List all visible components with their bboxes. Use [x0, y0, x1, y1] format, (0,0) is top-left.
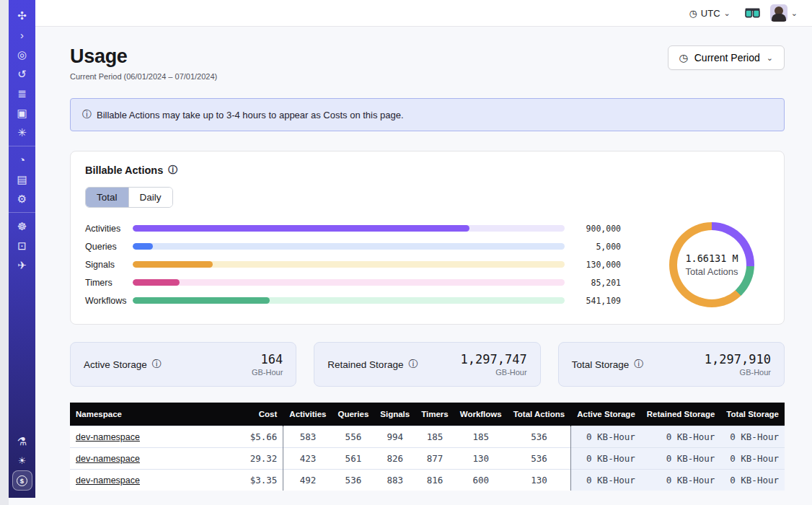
info-icon[interactable]: ⓘ — [168, 164, 177, 177]
bar-label: Signals — [85, 260, 133, 270]
cell-activities: 583 — [283, 426, 332, 448]
page-subtitle: Current Period (06/01/2024 – 07/01/2024) — [70, 72, 217, 81]
bar-label: Queries — [85, 242, 133, 252]
namespaces-icon[interactable]: ◎ — [12, 45, 32, 64]
settings-gear-icon[interactable]: ⚙ — [12, 189, 32, 208]
retained-storage-value: 1,297,747 — [461, 352, 527, 366]
bar-value: 900,000 — [565, 224, 621, 234]
user-menu[interactable]: ⌄ — [770, 4, 798, 22]
usage-gauge-icon[interactable]: ◔ — [12, 150, 32, 170]
history-icon[interactable]: ↺ — [12, 64, 32, 84]
labs-flask-icon[interactable]: ⚗ — [12, 431, 32, 451]
cell-active-storage: 0 KB-Hour — [571, 448, 641, 470]
billing-card-icon[interactable]: ▤ — [12, 170, 32, 189]
info-icon[interactable]: ⓘ — [634, 358, 643, 371]
page-content: Usage Current Period (06/01/2024 – 07/01… — [35, 45, 812, 491]
col-cost: Cost — [226, 403, 283, 426]
info-icon[interactable]: ⓘ — [152, 358, 162, 371]
col-namespace: Namespace — [70, 403, 226, 426]
donut-chart-wrap: 1.66131 M Total Actions — [654, 222, 769, 307]
bar-fill — [133, 279, 180, 286]
table-header-row: Namespace Cost Activities Queries Signal… — [70, 403, 785, 426]
cell-total-storage: 0 KB-Hour — [720, 426, 785, 448]
cell-cost: $5.66 — [226, 426, 283, 448]
dollar-icon: $ — [17, 475, 27, 486]
active-storage-value: 164 — [252, 352, 283, 366]
bar-track — [133, 225, 565, 232]
col-signals: Signals — [374, 403, 415, 426]
retained-storage-card: Retained Storage ⓘ 1,297,747 GB-Hour — [314, 342, 540, 387]
col-queries: Queries — [332, 403, 374, 426]
billable-actions-chart: Activities 900,000 Queries 5,000 Signals… — [85, 219, 769, 309]
bar-row-activities: Activities 900,000 — [85, 219, 621, 237]
theme-sun-icon[interactable]: ☀ — [12, 451, 32, 470]
cell-total-actions: 130 — [508, 470, 571, 491]
current-period-dropdown[interactable]: ◷ Current Period ⌄ — [668, 45, 785, 70]
info-icon[interactable]: ⓘ — [408, 358, 418, 371]
billable-actions-info-banner: ⓘ Billable Actions may take up to 3-4 ho… — [70, 98, 785, 131]
billable-actions-card: Billable Actions ⓘ Total Daily Activitie… — [70, 151, 785, 325]
total-actions-value: 1.66131 M — [685, 252, 738, 264]
cell-total-storage: 0 KB-Hour — [720, 470, 785, 491]
cell-queries: 556 — [332, 426, 374, 448]
bar-fill — [133, 297, 270, 304]
temporal-logo-icon[interactable]: ✣ — [12, 6, 32, 25]
storage-cards: Active Storage ⓘ 164 GB-Hour Retained St… — [70, 342, 785, 387]
bar-track — [133, 261, 565, 268]
nexus-asterisk-icon[interactable]: ✳ — [12, 123, 32, 142]
chevron-down-icon: ⌄ — [791, 9, 798, 18]
retained-storage-label: Retained Storage — [327, 359, 403, 370]
chevron-down-icon: ⌄ — [767, 53, 773, 63]
sidebar-divider — [9, 146, 35, 146]
rocket-icon[interactable]: ✈ — [12, 255, 32, 275]
namespace-link[interactable]: dev-namespace — [76, 432, 140, 442]
banner-text: Billable Actions may take up to 3-4 hour… — [97, 110, 404, 120]
cell-workflows: 600 — [454, 470, 508, 491]
cell-workflows: 185 — [454, 426, 508, 448]
sidebar-collapse-chevron-icon[interactable]: › — [12, 25, 32, 45]
page-title: Usage — [70, 45, 217, 68]
layers-icon[interactable]: ≣ — [12, 84, 32, 103]
active-storage-card: Active Storage ⓘ 164 GB-Hour — [70, 342, 296, 387]
col-active-storage: Active Storage — [571, 403, 641, 426]
tab-total[interactable]: Total — [86, 188, 128, 207]
pricing-dollar-button[interactable]: $ — [12, 470, 32, 491]
cell-active-storage: 0 KB-Hour — [571, 426, 641, 448]
timezone-dropdown[interactable]: ◷ UTC ⌄ — [689, 8, 731, 19]
cube-icon[interactable]: ▣ — [12, 103, 32, 123]
sidebar: ✣ › ◎ ↺ ≣ ▣ ✳ ◔ ▤ ⚙ ☸ ⊡ ✈ ⚗ ☀ $ — [9, 0, 35, 498]
feedback-monitor-icon[interactable]: ⊡ — [12, 236, 32, 255]
cell-workflows: 130 — [454, 448, 508, 470]
support-lifebuoy-icon[interactable]: ☸ — [12, 216, 32, 236]
current-period-label: Current Period — [694, 52, 760, 63]
active-storage-unit: GB-Hour — [252, 368, 283, 377]
donut-center: 1.66131 M Total Actions — [677, 230, 746, 299]
bar-value: 85,201 — [565, 278, 621, 288]
bar-fill — [133, 243, 153, 250]
tab-daily[interactable]: Daily — [128, 188, 172, 207]
cell-total-actions: 536 — [508, 448, 571, 470]
col-total-actions: Total Actions — [508, 403, 571, 426]
stopwatch-icon: ◷ — [679, 52, 688, 63]
bar-label: Activities — [85, 224, 133, 234]
cell-timers: 185 — [415, 426, 454, 448]
namespace-link[interactable]: dev-namespace — [76, 475, 140, 486]
sidebar-divider — [9, 212, 35, 213]
billable-actions-tab-group: Total Daily — [85, 187, 173, 208]
namespace-link[interactable]: dev-namespace — [76, 454, 140, 464]
active-storage-label: Active Storage — [84, 359, 147, 370]
bar-row-workflows: Workflows 541,109 — [85, 291, 621, 309]
bar-row-queries: Queries 5,000 — [85, 237, 621, 255]
info-icon: ⓘ — [82, 108, 92, 121]
billable-actions-title: Billable Actions ⓘ — [85, 164, 769, 177]
col-activities: Activities — [283, 403, 332, 426]
table-row: dev-namespace $5.66 583 556 994 185 185 … — [70, 426, 785, 448]
feedback-glasses-button[interactable] — [745, 8, 760, 18]
topbar: ◷ UTC ⌄ ⌄ — [35, 0, 812, 27]
bar-value: 5,000 — [565, 242, 621, 252]
chevron-down-icon: ⌄ — [724, 9, 731, 18]
bar-row-signals: Signals 130,000 — [85, 255, 621, 273]
col-total-storage: Total Storage — [720, 403, 785, 426]
bar-value: 541,109 — [565, 296, 621, 306]
glasses-icon — [745, 8, 760, 18]
